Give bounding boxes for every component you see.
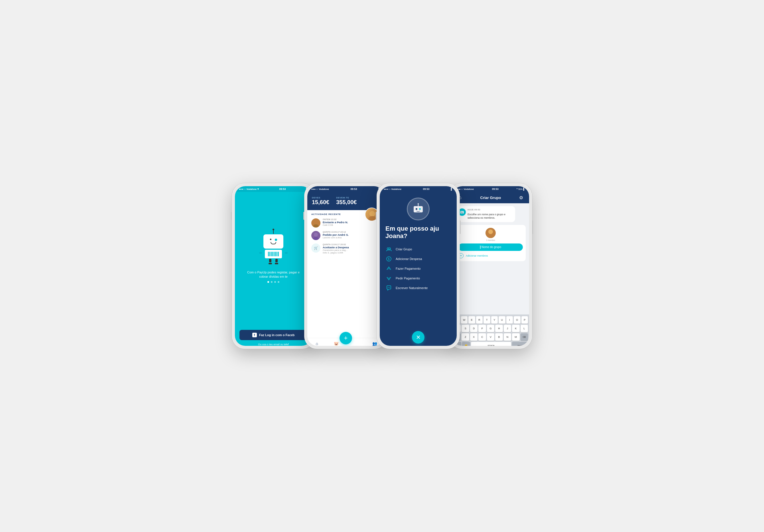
key-l[interactable]: L [520, 325, 528, 332]
key-space[interactable]: space [471, 342, 511, 346]
robot-area: Com o PayUp podes registar, pagar e cobr… [235, 192, 312, 330]
onboarding-screen: Com o PayUp podes registar, pagar e cobr… [235, 192, 312, 346]
svg-point-11 [387, 248, 389, 250]
key-r[interactable]: R [476, 316, 483, 324]
key-h[interactable]: H [495, 325, 502, 332]
facebook-icon: f [252, 333, 257, 337]
key-n[interactable]: N [504, 333, 511, 341]
dot-3 [274, 281, 276, 283]
menu-criar-grupo[interactable]: Criar Grupo [385, 246, 451, 253]
svg-text:$: $ [388, 258, 390, 261]
key-e[interactable]: E [469, 316, 475, 324]
activity-sub-2: Lanche com a Ana [323, 236, 349, 239]
facebook-login-button[interactable]: f Faz Log in com o Faceb [240, 330, 307, 340]
key-w[interactable]: W [461, 316, 468, 324]
key-s[interactable]: S [462, 325, 469, 332]
robot-arm-left [259, 252, 262, 254]
battery-pct-4: 51% [518, 188, 522, 190]
robot-eye-right [275, 239, 277, 241]
key-v[interactable]: V [487, 333, 494, 341]
time-2: 09:53 [350, 188, 357, 190]
key-f[interactable]: F [478, 325, 486, 332]
svg-point-17 [389, 287, 390, 288]
activity-item-3[interactable]: 🛒 QUINTA 13.04.17 20:02 Aceitaste a Desp… [311, 244, 380, 254]
onboarding-bottom: f Faz Log in com o Faceb Ou usa o teu em… [235, 330, 312, 346]
devemte-label: DEVEM-TE [336, 196, 357, 199]
chat-area: HOJE 09:53 Escolhe um nome para o grupo … [452, 203, 529, 314]
robot-legs [259, 259, 287, 264]
key-x[interactable]: X [470, 333, 478, 341]
facebook-btn-label: Faz Log in com o Faceb [259, 333, 295, 337]
menu-fazer-pagamento[interactable]: Fazer Pagamento [385, 265, 451, 272]
svg-point-1 [368, 216, 376, 221]
key-z[interactable]: Z [462, 333, 469, 341]
key-k[interactable]: K [512, 325, 519, 332]
battery-3: ▌ [451, 188, 453, 190]
key-b[interactable]: B [495, 333, 502, 341]
key-o[interactable]: O [514, 316, 520, 324]
cart-icon: 🛒 [311, 244, 320, 253]
carrier-2: ●●●○○ Vodafone [311, 188, 329, 190]
deves-label: DEVES [312, 196, 329, 199]
group-name-placeholder: Nome do grupo [481, 246, 501, 249]
escrever-icon [385, 284, 392, 291]
phone-2: ●●●○○ Vodafone 09:53 ▌ DEVES 15,60€ DEV [304, 183, 387, 349]
activity-person-2-svg [311, 231, 320, 240]
activity-time-2: QUINTA 13.04.17 23:12 [323, 231, 349, 233]
menu-pedir-pagamento[interactable]: Pedir Pagamento [385, 275, 451, 282]
svg-point-16 [389, 287, 389, 288]
menu-escrever-naturalmente[interactable]: Escrever Naturalmente [385, 284, 451, 291]
stats-row: DEVES 15,60€ DEVEM-TE 355,00€ [312, 196, 380, 206]
deves-value: 15,60€ [312, 199, 329, 206]
menu-item-label-3: Fazer Pagamento [396, 267, 421, 270]
phones-showcase: ●●●○○ Vodafone ▾ 09:53 ▌ [232, 172, 532, 360]
key-emoji[interactable]: 😊 [462, 342, 470, 346]
key-d[interactable]: D [470, 325, 478, 332]
key-m[interactable]: M [512, 333, 519, 341]
status-bar-2: ●●●○○ Vodafone 09:53 ▌ [307, 186, 384, 192]
robot-eye-left [270, 239, 272, 240]
keyboard-row-2: A S D F G H J K L [453, 325, 528, 332]
activity-main-3: Aceitaste a Despesa [323, 246, 349, 249]
svg-point-4 [314, 233, 318, 237]
robot-illustration [259, 234, 287, 266]
tagline: Com o PayUp podes registar, pagar e cobr… [238, 270, 309, 279]
close-assistant-button[interactable]: ✕ [412, 331, 425, 344]
fab-add-button[interactable]: + [339, 332, 352, 344]
svg-point-10 [418, 203, 419, 204]
key-j[interactable]: J [504, 325, 511, 332]
next-button[interactable]: Next [512, 342, 528, 346]
status-left-2: ●●●○○ Vodafone [311, 188, 329, 190]
menu-item-label-5: Escrever Naturalmente [396, 286, 428, 290]
menu-adicionar-despesa[interactable]: $ Adicionar Despesa [385, 256, 451, 262]
battery-4: ▌ [523, 188, 525, 190]
settings-icon[interactable]: ⚙ [518, 194, 524, 201]
key-p[interactable]: P [521, 316, 528, 324]
status-right-4: * 51% ▌ [516, 188, 525, 190]
bluetooth-4: * [516, 188, 518, 190]
assistant-menu: Criar Grupo $ Adicionar Despesa [385, 246, 451, 291]
activity-item-2[interactable]: QUINTA 13.04.17 23:12 Pedido por André S… [311, 231, 380, 240]
key-g[interactable]: G [487, 325, 494, 332]
svg-point-12 [389, 248, 391, 250]
devemte-value: 355,00€ [336, 199, 357, 206]
key-u[interactable]: U [498, 316, 505, 324]
dot-2 [271, 281, 273, 283]
key-backspace[interactable]: ⌫ [520, 333, 528, 341]
nav-home[interactable]: ⌂ Home [307, 341, 327, 346]
keyboard-row-4: 123 😊 space Next [453, 342, 528, 346]
dot-1 [268, 281, 269, 283]
key-y[interactable]: Y [491, 316, 498, 324]
create-group-header: ⌂ Criar Grupo ⚙ [452, 192, 529, 203]
carrier-3: ●●●○○ Vodafone [384, 188, 401, 190]
robot-foot-right [275, 263, 278, 264]
status-right-3: ▌ [451, 188, 453, 190]
group-name-input[interactable]: | Nome do grupo [459, 244, 523, 251]
key-t[interactable]: T [483, 316, 490, 324]
add-members-row[interactable]: + Adicionar membros [459, 253, 523, 258]
menu-item-label-4: Pedir Pagamento [396, 276, 420, 280]
key-i[interactable]: I [506, 316, 513, 324]
status-left-4: ●●●○○ Vodafone [456, 188, 474, 190]
despesas-icon: 🐷 [334, 341, 339, 346]
key-c[interactable]: C [478, 333, 486, 341]
